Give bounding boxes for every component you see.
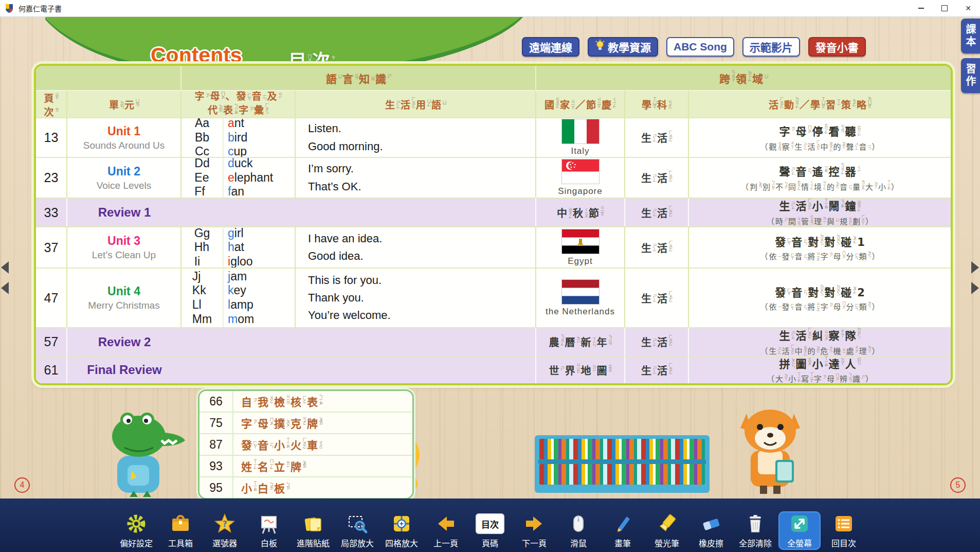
prev-arrow-icon [434,511,457,536]
toolbar-item-preferences[interactable]: 偏好設定 [115,511,157,550]
bookshelf-board [538,459,706,464]
fullscreen-icon [788,511,811,536]
toolbar-item-pen[interactable]: 畫筆 [602,511,644,550]
list-item[interactable]: 75 字ㄗˋ母ㄇㄨˇ撲ㄆㄨ克ㄎㄜˋ牌ㄆㄞˊ [199,412,412,433]
button-label: 示範影片 [750,39,793,55]
group-header-language-knowledge: 語ㄩˇ言ㄧㄢˊ知ㄓ識ㄕˋ [180,66,535,90]
demo-video-button[interactable]: 示範影片 [742,37,800,57]
toolbar-item-zoom-area[interactable]: 局部放大 [336,511,378,550]
list-item[interactable]: 95 小ㄒㄧㄠˇ白ㄅㄞˊ板ㄅㄢˇ [199,476,412,498]
toolbar-item-mouse[interactable]: 滑鼠 [557,511,600,550]
toolbar-item-back-to-toc[interactable]: 回目次 [823,511,865,550]
phrases-cell: I’m sorry. That’s OK. [295,157,535,198]
activity-cell: 發ㄈㄚ音ㄧㄣ對ㄉㄨㄟˋ對ㄉㄨㄟˋ碰ㄆㄥˋ 1 （依ㄧ發ㄈㄚ音ㄧㄣ將ㄐㄧㄤ字ㄗˋ母… [688,226,951,268]
toolbar-item-stickers[interactable]: 進階貼紙 [292,511,334,550]
flag-egypt-icon [561,229,600,254]
activity-cell: 聲ㄕㄥ音ㄧㄣ遙ㄧㄠˊ控ㄎㄨㄥˋ器ㄑㄧˋ （判ㄆㄢˋ別ㄅㄧㄝˊ不ㄅㄨˋ同ㄊㄨㄥˊ情… [688,157,951,198]
window-titlebar: 何嘉仁電子書 ✕ [0,0,980,17]
minimize-button[interactable] [909,0,933,16]
toolbar-item-eraser[interactable]: 橡皮擦 [690,511,732,550]
activity-cell: 發ㄈㄚ音ㄧㄣ對ㄉㄨㄟˋ對ㄉㄨㄟˋ碰ㄆㄥˋ 2 （依ㄧ發ㄈㄚ音ㄧㄣ將ㄐㄧㄤ字ㄗˋ母… [688,268,951,327]
teaching-resources-button[interactable]: 教學資源 [588,37,658,57]
phonics-booklet-button[interactable]: 發音小書 [808,37,866,57]
country-cell: Egypt [535,226,624,268]
close-button[interactable]: ✕ [956,0,980,16]
highlighter-icon [656,511,678,536]
abc-song-button[interactable]: ABC Song [666,37,734,57]
unit-cell: Unit 1 Sounds Around Us [66,117,180,157]
country-cell: 農ㄋㄨㄥˊ曆ㄌㄧˋ新ㄒㄧㄣ年ㄋㄧㄢˊ [535,327,624,355]
review-title-cell: Review 1 [66,198,535,226]
chevron-left-icon [1,282,9,294]
letters-cell: Gg Hh Ii [180,226,223,268]
group-header-cross-domain: 跨ㄎㄨㄚˋ領ㄌㄧㄥˇ域ㄩˋ [535,66,951,90]
page-number-display[interactable]: 目次 [476,513,504,534]
subject-cell: 生ㄕㄥ活ㄏㄨㄛˊ [624,327,688,355]
phrases-cell: I have an idea. Good idea. [295,226,535,268]
list-item[interactable]: 87 發ㄈㄚ音ㄧㄣ小ㄒㄧㄠˇ火ㄏㄨㄛˇ車ㄔㄜ [199,433,412,455]
activity-cell: 字ㄗˋ母ㄇㄨˇ停ㄊㄧㄥˊ看ㄎㄢˋ聽ㄊㄧㄥ （觀ㄍㄨㄢ察ㄔㄚˊ生ㄕㄥ活ㄏㄨㄛˊ中ㄓ… [688,117,951,157]
prev-page-edge-control[interactable] [1,261,9,294]
bookshelf-illustration [535,435,710,493]
right-page-number: 5 [950,477,966,493]
toolbox-icon [169,511,192,536]
toolbar-item-whiteboard[interactable]: 白板 [248,511,290,550]
trash-icon [744,511,767,536]
column-header-subject: 學ㄒㄩㄝˊ科ㄎㄜ [624,90,688,117]
toolbar-item-fullscreen[interactable]: 全螢幕 [778,511,821,550]
list-item[interactable]: 93 姓ㄒㄧㄥˋ名ㄇㄧㄥˊ立ㄌㄧˋ牌ㄆㄞˊ [199,455,412,476]
country-cell: Singapore [535,157,624,198]
remote-connect-button[interactable]: 遠端連線 [522,37,579,57]
activity-cell: 生ㄕㄥ活ㄏㄨㄛˊ小ㄒㄧㄠˇ鬧ㄋㄠˋ鐘ㄓㄨㄥ （時ㄕˊ間ㄐㄧㄢ管ㄍㄨㄢˇ理ㄌㄧˇ與… [688,198,951,226]
maximize-button[interactable] [933,0,956,16]
column-header-page: 頁ㄧㄝˋ次ㄘˋ [36,90,66,117]
left-page-number: 4 [14,477,30,493]
subject-cell: 生ㄕㄥ活ㄏㄨㄛˊ [624,198,688,226]
button-label: ABC Song [674,41,727,53]
page-cell: 57 [36,327,66,355]
toolbar-item-number-picker[interactable]: ? 選號器 [204,511,246,550]
letters-cell: Aa Bb Cc [180,117,223,157]
page-cell: 61 [36,355,66,383]
words-cell: girl hat igloo [223,226,295,268]
toolbar-item-prev-page[interactable]: 上一頁 [425,511,467,550]
flag-italy-icon [561,119,600,144]
mouse-icon [567,511,590,536]
list-item[interactable]: 66 自ㄗˋ我ㄨㄛˇ檢ㄐㄧㄢˇ核ㄏㄜˊ表ㄅㄧㄠˇ [199,391,412,412]
page-cell: 13 [36,117,66,157]
subject-cell: 生ㄕㄥ活ㄏㄨㄛˊ [624,226,688,268]
toolbar-item-highlighter[interactable]: 螢光筆 [646,511,688,550]
flag-netherlands-icon [561,279,600,305]
extras-list: 66 自ㄗˋ我ㄨㄛˇ檢ㄐㄧㄢˇ核ㄏㄜˊ表ㄅㄧㄠˇ 75 字ㄗˋ母ㄇㄨˇ撲ㄆㄨ克ㄎ… [198,389,414,500]
bookshelf-top-row [539,439,705,459]
tab-workbook[interactable]: 習作 [961,58,980,93]
top-button-bar: 遠端連線 教學資源 ABC Song 示範影片 發音小書 [522,37,866,57]
unit-cell: Unit 4 Merry Christmas [66,268,180,327]
subject-cell: 生ㄕㄥ活ㄏㄨㄛˊ [624,268,688,327]
button-label: 教學資源 [608,39,651,55]
button-label: 遠端連線 [529,39,572,55]
words-cell: jam key lamp mom [223,268,295,327]
letters-cell: Dd Ee Ff [180,157,223,198]
toolbar-item-quad-zoom[interactable]: 四格放大 [380,511,423,550]
crocodile-mascot [98,400,190,497]
page-cell: 47 [36,268,66,327]
page-cell: 23 [36,157,66,198]
column-header-letters: 字ㄗˋ母ㄇㄨˇ、發ㄈㄚ音ㄧㄣ及ㄐㄧˊ 代ㄉㄞˋ表ㄅㄧㄠˇ字ㄗˋ彙ㄏㄨㄟˋ [180,90,295,117]
toolbar-item-toolbox[interactable]: 工具箱 [159,511,202,550]
next-page-edge-control[interactable] [971,261,979,294]
review-title-cell: Review 2 [66,327,535,355]
tab-textbook[interactable]: 課本 [961,19,980,54]
country-cell: 中ㄓㄨㄥ秋ㄑㄧㄡ節ㄐㄧㄝˊ [535,198,624,226]
toc-icon [832,511,855,536]
phrases-cell: Listen. Good morning. [295,117,535,157]
page-cell: 37 [36,226,66,268]
toolbar-item-clear-all[interactable]: 全部清除 [734,511,776,550]
toolbar-item-next-page[interactable]: 下一頁 [513,511,555,550]
app-logo-icon [4,3,14,13]
whiteboard-icon [258,511,280,536]
activity-cell: 生ㄕㄥ活ㄏㄨㄛˊ糾ㄐㄧㄡ察ㄔㄚˊ隊ㄉㄨㄟˋ （生ㄕㄥ活ㄏㄨㄛˊ中ㄓㄨㄥ的ㄉㄜ˙危… [688,327,951,355]
toolbar-item-page-number[interactable]: 目次 頁碼 [469,511,511,550]
side-tabs: 課本 習作 [961,19,980,93]
chevron-right-icon [971,282,979,294]
